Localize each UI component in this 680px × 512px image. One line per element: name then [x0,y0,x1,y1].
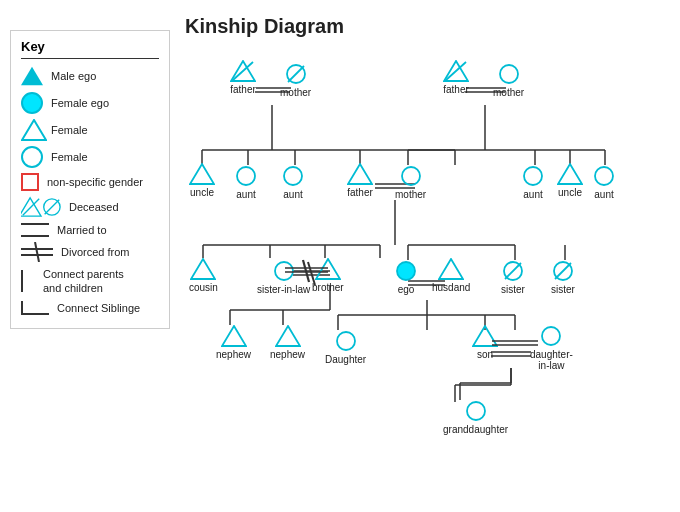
brother-label: brother [312,282,344,293]
male-outline-icon-brother [315,258,341,280]
male-outline-icon-nephew2 [275,325,301,347]
svg-marker-86 [276,326,300,346]
svg-point-87 [337,332,355,350]
female-deceased-icon-sister2 [552,260,574,282]
person-brother: brother [312,258,344,293]
female-circ-symbol [21,146,43,168]
key-title: Key [21,39,159,59]
deceased-label: Deceased [69,201,119,213]
key-item-married: Married to [21,223,159,237]
key-item-female-ego: Female ego [21,92,159,114]
female-circ-label: Female [51,151,88,163]
person-cousin: cousin [189,258,218,293]
male-deceased-icon2 [443,60,469,82]
mother-paternal-label: mother [280,87,311,98]
svg-marker-1 [22,120,46,140]
female-outline-icon-sil [273,260,295,282]
rect-symbol [21,173,39,191]
female-deceased-icon-sister1 [502,260,524,282]
female-tri-symbol [21,119,43,141]
svg-point-67 [500,65,518,83]
dil-label: daughter-in-law [530,349,573,371]
person-sister1: sister [501,260,525,295]
uncle1-label: uncle [190,187,214,198]
uncle2-label: uncle [558,187,582,198]
svg-point-70 [284,167,302,185]
person-mother-paternal: mother [280,63,311,98]
sil-label: sister-in-law [257,284,310,295]
person-daughter: Daughter [325,330,366,365]
svg-line-5 [45,200,60,215]
svg-line-82 [505,263,521,279]
father-paternal-label: father [230,84,256,95]
key-panel: Key Male ego Female ego Female Female no… [10,30,170,329]
married-symbol [21,223,49,237]
svg-point-72 [402,167,420,185]
person-granddaughter: granddaughter [443,400,508,435]
father-label: father [347,187,373,198]
deceased-symbol [21,196,61,218]
son-label: son [477,349,493,360]
female-outline-icon-aunt1 [235,165,257,187]
daughter-label: Daughter [325,354,366,365]
svg-point-98 [467,402,485,420]
key-item-connect-sib: Connect Siblinge [21,301,159,315]
connect-pc-label: Connect parentsand children [43,267,124,296]
svg-marker-80 [439,259,463,279]
person-uncle1: uncle [189,163,215,198]
male-outline-icon-nephew1 [221,325,247,347]
female-outline-icon-aunt2 [282,165,304,187]
person-nephew2: nephew [270,325,305,360]
svg-point-77 [275,262,293,280]
person-mother: mother [395,165,426,200]
female-outline-icon-aunt4 [593,165,615,187]
sister1-label: sister [501,284,525,295]
person-aunt2: aunt [282,165,304,200]
key-item-deceased: Deceased [21,196,159,218]
svg-line-8 [35,242,39,262]
key-item-connect-pc: Connect parentsand children [21,267,159,296]
married-label: Married to [57,224,107,236]
ego-label: ego [398,284,415,295]
connect-sib-symbol [21,301,49,315]
connect-sib-label: Connect Siblinge [57,302,140,314]
female-outline-icon-daughter [335,330,357,352]
aunt3-label: aunt [523,189,542,200]
person-sister2: sister [551,260,575,295]
svg-marker-68 [190,164,214,184]
svg-line-84 [555,263,571,279]
person-father-paternal: father [230,60,256,95]
male-outline-icon-father [347,163,373,185]
female-outline-icon-aunt3 [522,165,544,187]
divorced-label: Divorced from [61,246,129,258]
female-outline-icon [498,63,520,85]
key-item-female-tri: Female [21,119,159,141]
diagram-area: Kinship Diagram [175,0,680,512]
key-item-rect: non-specific gender [21,173,159,191]
male-ego-label: Male ego [51,70,96,82]
granddaughter-label: granddaughter [443,424,508,435]
svg-point-75 [595,167,613,185]
svg-marker-78 [316,259,340,279]
svg-marker-0 [21,67,43,86]
person-sister-in-law: sister-in-law [257,260,310,295]
cousin-label: cousin [189,282,218,293]
svg-marker-71 [348,164,372,184]
female-outline-icon-mother [400,165,422,187]
svg-line-64 [288,66,304,82]
person-aunt3: aunt [522,165,544,200]
male-outline-icon-husband [438,258,464,280]
key-item-male-ego: Male ego [21,65,159,87]
female-deceased-icon [285,63,307,85]
female-outline-icon-granddaughter [465,400,487,422]
female-filled-icon-ego [395,260,417,282]
aunt2-label: aunt [283,189,302,200]
svg-point-73 [524,167,542,185]
father-maternal-label: father [443,84,469,95]
male-outline-icon-uncle1 [189,163,215,185]
person-nephew1: nephew [216,325,251,360]
svg-marker-74 [558,164,582,184]
person-uncle2: uncle [557,163,583,198]
svg-marker-85 [222,326,246,346]
key-item-female-circ: Female [21,146,159,168]
